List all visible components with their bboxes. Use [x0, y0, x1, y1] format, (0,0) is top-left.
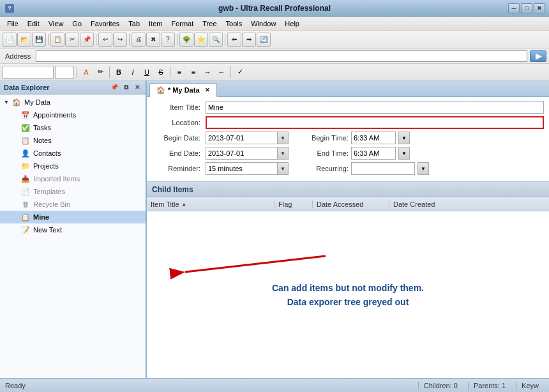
expander-imported[interactable]	[11, 175, 19, 183]
pin-button[interactable]: 📌	[110, 83, 119, 92]
refresh-btn[interactable]: 🔄	[257, 33, 271, 47]
go-button[interactable]: ▶	[530, 50, 546, 62]
expander-my-data[interactable]: ▼	[3, 98, 10, 106]
float-button[interactable]: ⧉	[121, 83, 130, 92]
address-input[interactable]	[36, 50, 527, 62]
minimize-button[interactable]: ─	[508, 3, 520, 13]
save-btn[interactable]: 💾	[32, 33, 46, 47]
recurring-btn[interactable]: ▼	[417, 162, 429, 175]
undo-btn[interactable]: ↩	[98, 33, 112, 47]
fmt-sep1	[77, 66, 77, 78]
tree-item-tasks[interactable]: ✅ Tasks	[0, 121, 146, 134]
menu-edit[interactable]: Edit	[23, 19, 44, 29]
nav-btn[interactable]: ⬅	[227, 33, 241, 47]
highlight-btn[interactable]: ✏	[94, 66, 107, 79]
expander-newtext[interactable]	[11, 226, 19, 234]
location-input[interactable]	[206, 116, 544, 129]
menu-tree[interactable]: Tree	[198, 19, 221, 29]
menu-favorites[interactable]: Favorites	[86, 19, 124, 29]
col-flag[interactable]: Flag	[274, 200, 313, 208]
expander-recycle[interactable]	[11, 200, 19, 208]
spell-btn[interactable]: ✓	[234, 66, 246, 79]
end-time-btn[interactable]: ▼	[398, 147, 410, 160]
tree-item-templates[interactable]: 📄 Templates	[0, 185, 146, 198]
recurring-input[interactable]	[351, 162, 415, 175]
col-item-title[interactable]: Item Title ▲	[147, 200, 274, 208]
reminder-picker[interactable]: ▼	[277, 162, 289, 175]
col-date-accessed[interactable]: Date Accessed	[313, 200, 389, 208]
open-btn[interactable]: 📂	[17, 33, 31, 47]
data-explorer-panel: Data Explorer 📌 ⧉ ✕ ▼ 🏠 My Data 📅 Appoin…	[0, 80, 147, 378]
tree-item-appointments[interactable]: 📅 Appointments	[0, 109, 146, 121]
menu-help[interactable]: Help	[280, 19, 304, 29]
expander-contacts[interactable]	[11, 149, 19, 157]
menu-view[interactable]: View	[44, 19, 68, 29]
expander-mine[interactable]	[11, 213, 19, 221]
begin-date-input[interactable]	[206, 132, 277, 144]
tree-item-imported[interactable]: 📥 Imported Items	[0, 172, 146, 185]
italic-btn[interactable]: I	[126, 66, 139, 79]
tree-btn[interactable]: 🌳	[179, 33, 193, 47]
menu-format[interactable]: Format	[167, 19, 198, 29]
end-date-label: End Date:	[152, 149, 203, 157]
copy-btn[interactable]: 📋	[50, 33, 64, 47]
help-btn[interactable]: ?	[161, 33, 175, 47]
tab-close[interactable]: ✕	[205, 87, 210, 93]
window-controls[interactable]: ─ □ ✕	[508, 3, 545, 13]
redo-btn[interactable]: ↪	[113, 33, 127, 47]
col-date-accessed-label: Date Accessed	[317, 200, 363, 208]
tree-item-my-data[interactable]: ▼ 🏠 My Data	[0, 96, 146, 109]
end-time-input[interactable]	[351, 147, 396, 160]
bullet-btn[interactable]: ≡	[173, 66, 186, 79]
indent-btn[interactable]: →	[201, 66, 214, 79]
new-btn[interactable]: 📄	[3, 33, 17, 47]
expander-tasks[interactable]	[11, 124, 19, 132]
reminder-input[interactable]	[206, 162, 277, 175]
begin-time-btn[interactable]: ▼	[398, 132, 410, 144]
search-btn[interactable]: 🔍	[209, 33, 223, 47]
begin-time-input[interactable]	[351, 132, 396, 144]
menu-tools[interactable]: Tools	[222, 19, 247, 29]
tree-item-notes[interactable]: 📋 Notes	[0, 134, 146, 147]
menu-item[interactable]: Item	[144, 19, 167, 29]
tree-item-recycle[interactable]: 🗑 Recycle Bin	[0, 198, 146, 211]
strikethrough-btn[interactable]: S	[154, 66, 167, 79]
tree-item-mine[interactable]: 📋 Mine	[0, 211, 146, 223]
expander-projects[interactable]	[11, 162, 19, 170]
col-date-created[interactable]: Date Created	[389, 200, 549, 208]
end-date-picker[interactable]: ▼	[277, 147, 289, 160]
bold-btn[interactable]: B	[112, 66, 125, 79]
tab-my-data[interactable]: 🏠 * My Data ✕	[149, 83, 217, 97]
delete-btn[interactable]: ✖	[146, 33, 160, 47]
font-color-btn[interactable]: A	[80, 66, 93, 79]
item-title-input[interactable]	[206, 101, 544, 114]
close-panel-button[interactable]: ✕	[133, 83, 142, 92]
cut-btn[interactable]: ✂	[65, 33, 79, 47]
expander-notes[interactable]	[11, 137, 19, 144]
tab-bar: 🏠 * My Data ✕	[147, 80, 549, 97]
expander-templates[interactable]	[11, 188, 19, 195]
underline-btn[interactable]: U	[140, 66, 153, 79]
font-name-select[interactable]	[3, 66, 54, 79]
outdent-btn[interactable]: ←	[215, 66, 228, 79]
paste-btn[interactable]: 📌	[80, 33, 94, 47]
maximize-button[interactable]: □	[521, 3, 532, 13]
numbered-btn[interactable]: ≡	[187, 66, 200, 79]
tree-item-newtext[interactable]: 📝 New Text	[0, 223, 146, 236]
fwd-btn[interactable]: ➡	[242, 33, 256, 47]
tree-item-projects[interactable]: 📁 Projects	[0, 160, 146, 172]
expander-appointments[interactable]	[11, 111, 19, 119]
begin-date-picker[interactable]: ▼	[277, 132, 289, 144]
end-date-input[interactable]	[206, 147, 277, 160]
font-size-select[interactable]	[55, 66, 74, 79]
star-btn[interactable]: ⭐	[194, 33, 208, 47]
title-bar: ? gwb - Ultra Recall Professional ─ □ ✕	[0, 0, 549, 17]
tree-item-contacts[interactable]: 👤 Contacts	[0, 147, 146, 160]
menu-go[interactable]: Go	[68, 19, 86, 29]
menu-window[interactable]: Window	[246, 19, 280, 29]
print-btn[interactable]: 🖨	[132, 33, 146, 47]
menu-tab[interactable]: Tab	[124, 19, 144, 29]
menu-file[interactable]: File	[3, 19, 23, 29]
close-button[interactable]: ✕	[534, 3, 545, 13]
icon-mine: 📋	[20, 212, 31, 222]
